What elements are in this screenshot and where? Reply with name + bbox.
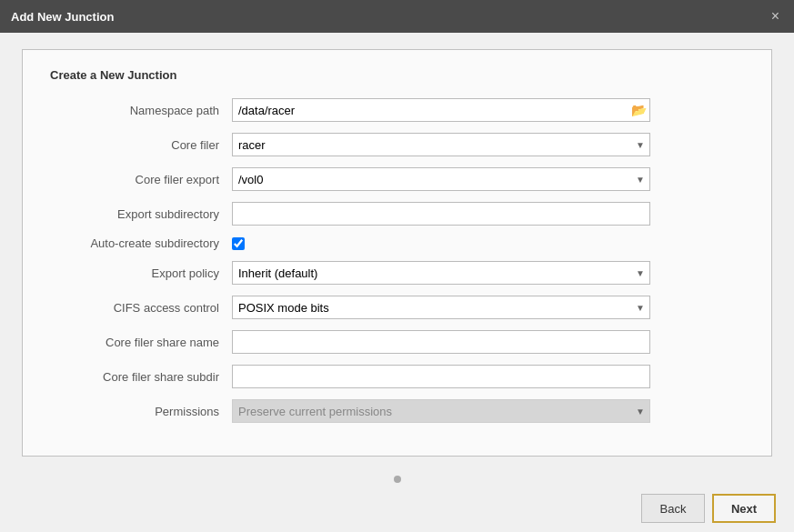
core-filer-export-control: /vol0 ▼ (232, 167, 650, 191)
export-subdirectory-control (232, 202, 650, 226)
core-filer-share-name-row: Core filer share name (50, 330, 744, 354)
core-filer-share-subdir-control (232, 365, 650, 388)
permissions-select[interactable]: Preserve current permissions (232, 399, 650, 423)
export-policy-row: Export policy Inherit (default) ▼ (50, 261, 744, 285)
auto-create-row: Auto-create subdirectory (50, 236, 744, 250)
core-filer-export-select[interactable]: /vol0 (232, 167, 650, 191)
export-policy-select-wrap: Inherit (default) ▼ (232, 261, 650, 285)
export-policy-select[interactable]: Inherit (default) (232, 261, 650, 285)
core-filer-label: Core filer (50, 138, 232, 152)
permissions-control: Preserve current permissions ▼ (232, 399, 650, 423)
core-filer-share-subdir-input[interactable] (232, 365, 650, 388)
core-filer-select-wrap: racer ▼ (232, 133, 650, 156)
cifs-access-select-wrap: POSIX mode bits ▼ (232, 296, 650, 319)
close-button[interactable]: × (768, 9, 783, 24)
dialog-title: Add New Junction (11, 10, 114, 24)
core-filer-select[interactable]: racer (232, 133, 650, 156)
export-subdirectory-label: Export subdirectory (50, 207, 232, 221)
add-junction-dialog: Add New Junction × Create a New Junction… (0, 0, 794, 532)
core-filer-share-subdir-row: Core filer share subdir (50, 365, 744, 388)
cifs-access-control: POSIX mode bits ▼ (232, 296, 650, 319)
dialog-titlebar: Add New Junction × (0, 0, 794, 33)
permissions-row: Permissions Preserve current permissions… (50, 399, 744, 423)
core-filer-export-select-wrap: /vol0 ▼ (232, 167, 650, 191)
next-button[interactable]: Next (712, 494, 776, 523)
permissions-label: Permissions (50, 405, 232, 418)
core-filer-share-subdir-label: Core filer share subdir (50, 370, 232, 384)
core-filer-share-name-input[interactable] (232, 330, 650, 354)
core-filer-share-name-control (232, 330, 650, 354)
core-filer-export-row: Core filer export /vol0 ▼ (50, 167, 744, 191)
dialog-footer: Back Next (0, 485, 794, 532)
step-indicator (0, 472, 794, 485)
cifs-access-row: CIFS access control POSIX mode bits ▼ (50, 296, 744, 319)
export-subdirectory-input[interactable] (232, 202, 650, 226)
form-panel: Create a New Junction Namespace path 📂 C… (22, 49, 772, 457)
auto-create-checkbox[interactable] (232, 237, 245, 250)
namespace-path-control: 📂 (232, 98, 650, 122)
core-filer-export-label: Core filer export (50, 173, 232, 186)
export-policy-control: Inherit (default) ▼ (232, 261, 650, 285)
step-dot-1 (394, 476, 401, 483)
permissions-select-wrap: Preserve current permissions ▼ (232, 399, 650, 423)
export-policy-label: Export policy (50, 266, 232, 280)
cifs-access-select[interactable]: POSIX mode bits (232, 296, 650, 319)
dialog-body: Create a New Junction Namespace path 📂 C… (0, 33, 794, 472)
auto-create-control (232, 237, 650, 250)
namespace-path-input-wrap: 📂 (232, 98, 650, 122)
namespace-path-input[interactable] (232, 98, 650, 122)
export-subdirectory-row: Export subdirectory (50, 202, 744, 226)
core-filer-row: Core filer racer ▼ (50, 133, 744, 156)
namespace-path-label: Namespace path (50, 104, 232, 117)
core-filer-control: racer ▼ (232, 133, 650, 156)
namespace-path-row: Namespace path 📂 (50, 98, 744, 122)
auto-create-label: Auto-create subdirectory (50, 236, 232, 250)
core-filer-share-name-label: Core filer share name (50, 336, 232, 349)
cifs-access-label: CIFS access control (50, 301, 232, 315)
back-button[interactable]: Back (641, 494, 705, 523)
section-title: Create a New Junction (50, 68, 744, 82)
